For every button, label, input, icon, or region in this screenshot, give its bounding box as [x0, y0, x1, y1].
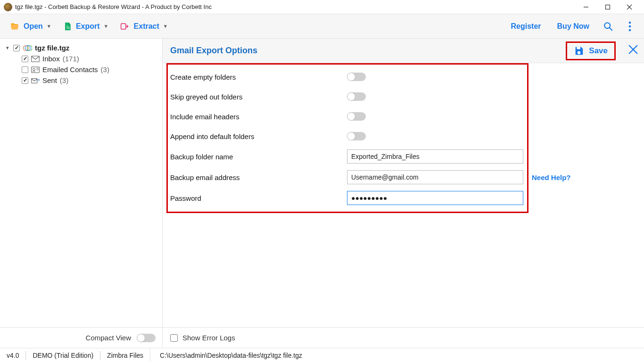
toggle-skip-greyed-out[interactable] — [347, 92, 366, 101]
label-backup-email: Backup email address — [170, 173, 347, 181]
main-footer: Show Error Logs — [163, 327, 644, 348]
svg-point-15 — [33, 68, 35, 71]
caret-down-icon[interactable]: ▾ — [5, 45, 10, 51]
row-backup-email: Backup email address Need Help? — [170, 167, 636, 188]
status-file-type: Zimbra Files — [100, 348, 150, 362]
open-label: Open — [24, 22, 43, 31]
save-label: Save — [589, 46, 608, 56]
svg-rect-13 — [32, 56, 40, 62]
svg-point-8 — [629, 25, 631, 27]
tree-item-count: (171) — [63, 55, 79, 63]
status-path: C:\Users\admin\Desktop\data-files\tgz\tg… — [150, 348, 644, 362]
sent-icon — [31, 77, 40, 84]
row-append-default: Append into default folders — [170, 126, 636, 146]
minimize-button[interactable] — [575, 0, 597, 14]
chevron-down-icon: ▾ — [48, 23, 50, 29]
file-export-icon — [63, 21, 72, 32]
label-skip-greyed-out: Skip greyed out folders — [170, 93, 347, 101]
register-link[interactable]: Register — [504, 19, 548, 33]
input-backup-email[interactable] — [347, 170, 523, 184]
toggle-create-empty-folders[interactable] — [347, 73, 366, 81]
row-backup-folder-name: Backup folder name — [170, 146, 636, 167]
label-password: Password — [170, 194, 347, 202]
label-create-empty-folders: Create empty folders — [170, 73, 347, 81]
buy-now-link[interactable]: Buy Now — [551, 19, 596, 33]
tree-root[interactable]: ▾ tgz file.tgz — [3, 42, 159, 53]
tree-item-inbox[interactable]: Inbox (171) — [3, 53, 159, 64]
window-title: tgz file.tgz - Corbett Backup & Restore … — [15, 3, 575, 10]
main-toolbar: Open ▾ Export ▾ Extract ▾ Register Buy N… — [0, 14, 644, 39]
svg-point-7 — [629, 21, 631, 24]
row-skip-greyed-out: Skip greyed out folders — [170, 87, 636, 107]
svg-point-20 — [578, 51, 580, 54]
checkbox[interactable] — [22, 66, 28, 73]
tree-item-label: Emailed Contacts — [42, 66, 98, 74]
tree-item-sent[interactable]: Sent (3) — [3, 75, 159, 86]
svg-rect-19 — [577, 47, 580, 49]
extract-label: Extract — [134, 22, 159, 31]
stack-icon — [23, 45, 32, 51]
toggle-append-default[interactable] — [347, 132, 366, 140]
need-help-link[interactable]: Need Help? — [532, 173, 571, 181]
body: ▾ tgz file.tgz Inbox (171) — [0, 39, 644, 348]
more-menu-button[interactable] — [620, 17, 639, 36]
search-button[interactable] — [599, 17, 618, 36]
show-error-logs-label: Show Error Logs — [182, 334, 235, 342]
sidebar-footer: Compact View — [0, 327, 162, 348]
row-include-headers: Include email headers — [170, 107, 636, 126]
status-version: v4.0 — [0, 348, 25, 362]
svg-line-6 — [610, 27, 612, 30]
chevron-down-icon: ▾ — [105, 23, 107, 29]
label-include-headers: Include email headers — [170, 113, 347, 121]
checkbox[interactable] — [13, 45, 20, 51]
show-error-logs-checkbox[interactable] — [170, 334, 178, 342]
tree-item-count: (3) — [101, 66, 109, 74]
folder-open-icon — [9, 22, 20, 31]
chevron-down-icon: ▾ — [164, 23, 167, 29]
mail-icon — [31, 56, 40, 62]
kebab-icon — [628, 21, 631, 32]
status-edition: DEMO (Trial Edition) — [26, 348, 100, 362]
sidebar: ▾ tgz file.tgz Inbox (171) — [0, 39, 163, 348]
extract-icon — [120, 22, 130, 31]
checkbox[interactable] — [22, 56, 28, 62]
status-bar: v4.0 DEMO (Trial Edition) Zimbra Files C… — [0, 348, 644, 362]
close-icon — [628, 44, 638, 55]
label-append-default: Append into default folders — [170, 132, 347, 140]
export-button[interactable]: Export ▾ — [58, 18, 112, 34]
panel-body: Create empty folders Skip greyed out fol… — [163, 63, 644, 327]
toggle-include-headers[interactable] — [347, 112, 366, 121]
open-button[interactable]: Open ▾ — [5, 19, 55, 34]
svg-rect-4 — [121, 24, 125, 29]
maximize-button[interactable] — [597, 0, 619, 14]
panel-header: Gmail Export Options Save — [163, 39, 644, 63]
svg-point-9 — [629, 29, 631, 31]
close-button[interactable] — [619, 0, 640, 14]
save-icon — [574, 46, 584, 56]
app-icon — [4, 3, 12, 11]
contacts-icon — [31, 66, 40, 73]
compact-view-label: Compact View — [86, 334, 131, 342]
row-password: Password — [170, 188, 636, 208]
search-icon — [603, 21, 613, 32]
tree-item-emailed-contacts[interactable]: Emailed Contacts (3) — [3, 64, 159, 75]
label-backup-folder-name: Backup folder name — [170, 153, 347, 161]
close-panel-button[interactable] — [628, 44, 638, 55]
checkbox[interactable] — [22, 77, 28, 84]
titlebar: tgz file.tgz - Corbett Backup & Restore … — [0, 0, 644, 14]
tree-item-label: Inbox — [42, 55, 60, 63]
main-panel: Gmail Export Options Save Create empty f… — [163, 39, 644, 348]
tree-root-label: tgz file.tgz — [35, 44, 69, 52]
export-label: Export — [76, 22, 100, 31]
panel-title: Gmail Export Options — [170, 46, 257, 56]
svg-rect-1 — [606, 5, 610, 9]
save-button[interactable]: Save — [566, 41, 616, 60]
tree-item-count: (3) — [60, 76, 68, 84]
compact-view-toggle[interactable] — [137, 334, 156, 342]
row-create-empty-folders: Create empty folders — [170, 67, 636, 87]
input-backup-folder-name[interactable] — [347, 149, 523, 164]
folder-tree: ▾ tgz file.tgz Inbox (171) — [0, 39, 162, 327]
input-password[interactable] — [347, 191, 523, 205]
extract-button[interactable]: Extract ▾ — [115, 19, 172, 34]
tree-item-label: Sent — [42, 76, 57, 84]
